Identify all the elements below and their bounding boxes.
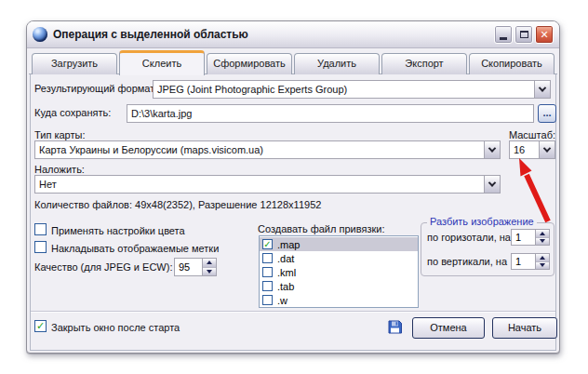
overlay-combobox[interactable]: Нет bbox=[34, 175, 501, 194]
scale-dropdown-button[interactable] bbox=[539, 141, 555, 158]
spin-up-button[interactable] bbox=[203, 259, 216, 267]
georef-listbox[interactable]: ✓ .map .dat .kml .tab .w bbox=[259, 235, 419, 308]
split-vertical-value: 1 bbox=[512, 254, 535, 269]
georef-item-label: .kml bbox=[277, 267, 296, 278]
tab-skopirovat[interactable]: Скопировать bbox=[469, 53, 555, 74]
overlay-label: Наложить: bbox=[34, 164, 85, 175]
georef-item-label: .tab bbox=[277, 281, 294, 292]
tab-eksport[interactable]: Экспорт bbox=[381, 53, 467, 74]
georef-item-label: .map bbox=[277, 239, 300, 250]
window-controls: ✕ bbox=[494, 25, 554, 44]
georef-item-kml[interactable]: .kml bbox=[260, 265, 418, 279]
format-value: JPEG (Joint Photographic Experts Group) bbox=[154, 84, 534, 95]
close-icon: ✕ bbox=[540, 29, 548, 41]
georef-item-dat[interactable]: .dat bbox=[260, 251, 418, 265]
save-path-input[interactable]: D:\3\karta.jpg bbox=[127, 104, 534, 123]
scale-label: Масштаб: bbox=[507, 129, 555, 140]
scale-value: 16 bbox=[510, 144, 539, 155]
split-horizontal-spin-buttons bbox=[535, 230, 549, 245]
checkbox-checked-icon[interactable]: ✓ bbox=[262, 239, 273, 249]
tab-zagruzit[interactable]: Загрузить bbox=[32, 53, 117, 74]
cancel-button[interactable]: Отмена bbox=[412, 317, 485, 339]
close-button[interactable]: ✕ bbox=[535, 25, 554, 44]
georef-item-w[interactable]: .w bbox=[260, 293, 418, 307]
format-label: Результирующий формат: bbox=[34, 83, 157, 94]
maximize-icon bbox=[520, 31, 528, 38]
georef-item-tab[interactable]: .tab bbox=[260, 279, 418, 293]
quality-value: 95 bbox=[175, 259, 202, 275]
map-type-value: Карта Украины и Белоруссии (maps.visicom… bbox=[35, 144, 484, 155]
dialog-window: Операция с выделенной областью ✕ Загрузи… bbox=[26, 20, 560, 354]
spin-down-icon bbox=[207, 270, 212, 274]
split-vertical-spin-buttons bbox=[535, 254, 549, 269]
split-vertical-spinner[interactable]: 1 bbox=[511, 253, 550, 270]
spin-up-button[interactable] bbox=[536, 254, 549, 261]
files-info-text: Количество файлов: 49x48(2352), Разрешен… bbox=[34, 199, 321, 210]
minimize-icon bbox=[500, 37, 507, 40]
tab-udalit[interactable]: Удалить bbox=[294, 53, 380, 74]
title-bar[interactable]: Операция с выделенной областью ✕ bbox=[27, 21, 559, 48]
format-dropdown-button[interactable] bbox=[534, 81, 550, 98]
start-button[interactable]: Начать bbox=[492, 317, 557, 339]
map-type-combobox[interactable]: Карта Украины и Белоруссии (maps.visicom… bbox=[34, 140, 501, 159]
checkbox-unchecked-icon[interactable] bbox=[262, 295, 273, 305]
minimize-button[interactable] bbox=[494, 25, 513, 44]
footer-separator bbox=[31, 311, 555, 312]
spin-down-icon bbox=[540, 239, 545, 243]
split-image-title: Разбить изображение bbox=[427, 216, 537, 227]
checkbox-unchecked-icon[interactable] bbox=[262, 267, 273, 277]
save-path-label: Куда сохранять: bbox=[34, 107, 111, 118]
split-vertical-label: по вертикали, на bbox=[427, 256, 507, 267]
spin-down-button[interactable] bbox=[203, 267, 216, 276]
georef-label: Создавать файл привязки: bbox=[258, 223, 384, 234]
checkbox-unchecked-icon[interactable] bbox=[262, 253, 273, 263]
quality-spin-buttons bbox=[202, 259, 216, 275]
spin-up-button[interactable] bbox=[536, 230, 549, 237]
tab-strip: Загрузить Склеить Сформировать Удалить Э… bbox=[32, 49, 555, 74]
map-type-label: Тип карты: bbox=[34, 129, 85, 140]
spin-down-button[interactable] bbox=[536, 261, 549, 270]
chevron-down-icon bbox=[488, 144, 496, 152]
spin-up-icon bbox=[540, 232, 545, 235]
chevron-down-icon bbox=[488, 179, 496, 186]
format-combobox[interactable]: JPEG (Joint Photographic Experts Group) bbox=[153, 80, 551, 99]
maximize-button[interactable] bbox=[514, 25, 533, 44]
chevron-down-icon bbox=[543, 144, 551, 152]
close-after-start-checkbox[interactable]: ✓ bbox=[34, 320, 47, 332]
overlay-dropdown-button[interactable] bbox=[484, 176, 500, 193]
split-horizontal-value: 1 bbox=[512, 230, 535, 245]
show-marks-label: Накладывать отображаемые метки bbox=[51, 243, 219, 254]
scale-combobox[interactable]: 16 bbox=[509, 140, 555, 159]
browse-button[interactable]: ... bbox=[538, 104, 556, 123]
screenshot-stage: Операция с выделенной областью ✕ Загрузи… bbox=[0, 0, 588, 374]
checkbox-unchecked-icon[interactable] bbox=[262, 281, 273, 291]
apply-color-checkbox[interactable] bbox=[34, 223, 47, 235]
georef-item-label: .dat bbox=[277, 253, 294, 264]
apply-color-label: Применять настройки цвета bbox=[51, 225, 185, 236]
save-settings-floppy-icon[interactable] bbox=[387, 319, 403, 335]
tab-sformirovat[interactable]: Сформировать bbox=[207, 53, 292, 74]
app-globe-icon bbox=[33, 27, 47, 42]
split-image-groupbox: Разбить изображение по горизотали, на 1 … bbox=[421, 222, 555, 276]
spin-down-icon bbox=[540, 263, 545, 267]
map-type-dropdown-button[interactable] bbox=[484, 141, 500, 158]
save-path-value: D:\3\karta.jpg bbox=[127, 108, 533, 119]
georef-item-map[interactable]: ✓ .map bbox=[260, 237, 418, 251]
chevron-down-icon bbox=[539, 84, 546, 91]
quality-spinner[interactable]: 95 bbox=[174, 258, 217, 276]
window-title: Операция с выделенной областью bbox=[53, 28, 248, 41]
quality-label: Качество (для JPEG и ECW): bbox=[34, 261, 172, 273]
show-marks-checkbox[interactable] bbox=[34, 241, 47, 253]
split-horizontal-spinner[interactable]: 1 bbox=[511, 229, 550, 246]
spin-up-icon bbox=[207, 260, 212, 264]
spin-up-icon bbox=[540, 256, 545, 260]
spin-down-button[interactable] bbox=[536, 237, 549, 246]
tab-skleit[interactable]: Склеить bbox=[119, 50, 205, 75]
close-after-start-label: Закрыть окно после старта bbox=[51, 322, 180, 333]
overlay-value: Нет bbox=[35, 179, 484, 190]
georef-item-label: .w bbox=[277, 295, 287, 306]
split-horizontal-label: по горизотали, на bbox=[427, 232, 511, 243]
